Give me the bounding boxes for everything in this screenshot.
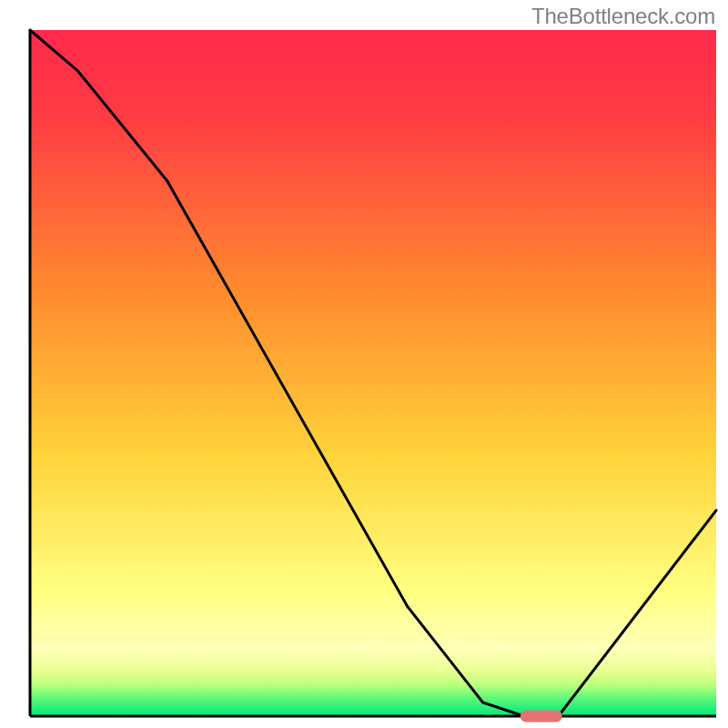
watermark-text: TheBottleneck.com bbox=[531, 4, 715, 29]
bottleneck-chart bbox=[0, 0, 728, 728]
chart-container: { "watermark": "TheBottleneck.com", "col… bbox=[0, 0, 728, 728]
plot-background bbox=[30, 30, 716, 716]
optimal-marker bbox=[521, 711, 562, 723]
